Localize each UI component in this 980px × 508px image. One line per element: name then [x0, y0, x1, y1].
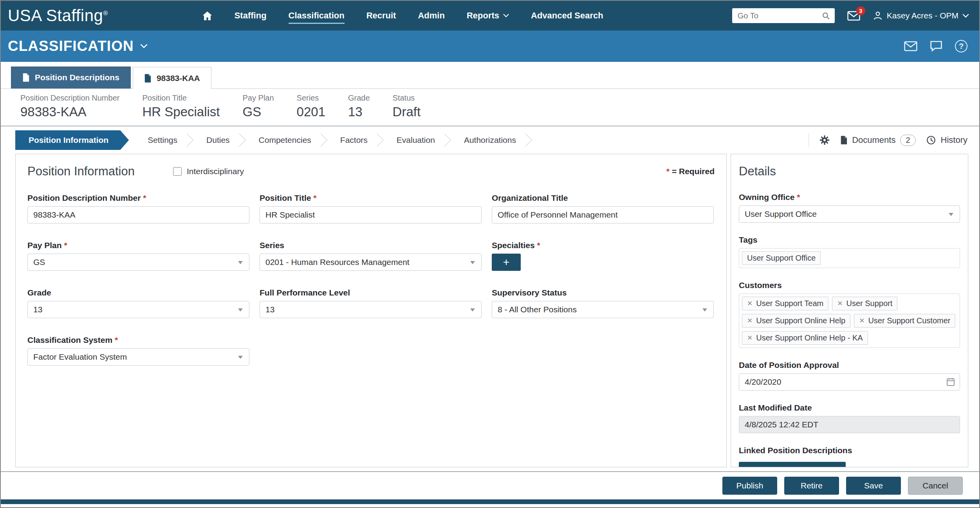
pay-plan-select[interactable]: GS [27, 254, 249, 271]
selected-value: GS [33, 258, 45, 267]
field-date-of-position-approval: Date of Position Approval [739, 360, 960, 391]
interdisciplinary-field: Interdisciplinary [173, 167, 244, 176]
required-asterisk: * [797, 193, 800, 202]
date-picker-wrap [739, 373, 960, 391]
app-logo-text: USA Staffing [8, 6, 103, 25]
envelope-icon[interactable] [904, 41, 917, 51]
field-organizational-title: Organizational Title [492, 193, 714, 223]
step-duties[interactable]: Duties [195, 130, 248, 150]
search-icon[interactable] [822, 12, 830, 20]
owning-office-select[interactable]: User Support Office [739, 205, 960, 223]
home-icon[interactable] [202, 8, 213, 24]
selected-value: 13 [265, 305, 274, 314]
tab-label: 98383-KAA [157, 74, 200, 83]
required-asterisk: * [666, 167, 670, 176]
remove-chip-icon[interactable]: ✕ [747, 334, 753, 342]
remove-chip-icon[interactable]: ✕ [859, 317, 864, 325]
settings-gear-button[interactable] [819, 135, 830, 146]
customer-chip-label: User Support Online Help - KA [756, 333, 863, 342]
tab-position-descriptions[interactable]: Position Descriptions [11, 67, 131, 88]
nav-item-staffing[interactable]: Staffing [235, 7, 267, 24]
nav-item-admin[interactable]: Admin [418, 7, 444, 24]
organizational-title-input[interactable] [492, 206, 714, 223]
step-authorizations[interactable]: Authorizations [453, 130, 534, 150]
remove-chip-icon[interactable]: ✕ [837, 299, 843, 308]
details-title: Details [739, 164, 960, 178]
classification-system-select[interactable]: Factor Evaluation System [27, 348, 249, 366]
customers-box[interactable]: ✕User Support Team ✕User Support ✕User S… [739, 294, 960, 348]
documents-label: Documents [852, 135, 895, 145]
customer-chip: ✕User Support [832, 297, 897, 310]
summary-label: Series [297, 94, 325, 103]
tag-chip-label: User Support Office [747, 254, 816, 263]
nav-item-recruit[interactable]: Recruit [366, 7, 396, 24]
add-specialty-button[interactable]: + [492, 254, 521, 271]
step-settings[interactable]: Settings [137, 130, 195, 150]
step-position-information[interactable]: Position Information [15, 130, 129, 150]
grade-select[interactable]: 13 [27, 301, 249, 318]
summary-status: Status Draft [393, 94, 421, 119]
field-label: Date of Position Approval [739, 360, 960, 370]
selected-value: 0201 - Human Resources Management [265, 258, 410, 267]
goto-search [732, 8, 835, 23]
required-note-text: = Required [672, 167, 715, 176]
chat-icon[interactable] [930, 40, 942, 52]
history-label: History [941, 135, 967, 145]
selected-value: 8 - All Other Positions [498, 305, 577, 314]
classification-menu[interactable]: CLASSIFICATION [8, 38, 148, 54]
app-logo[interactable]: USA Staffing® [8, 6, 108, 25]
required-note: * = Required [666, 167, 715, 176]
full-performance-level-select[interactable]: 13 [260, 301, 482, 318]
series-select[interactable]: 0201 - Human Resources Management [260, 254, 482, 271]
summary-value: GS [243, 104, 274, 119]
goto-search-input[interactable] [732, 8, 835, 23]
tags-box[interactable]: User Support Office [739, 248, 960, 268]
divider [809, 133, 809, 147]
publish-button[interactable]: Publish [722, 477, 777, 495]
summary-value: 13 [348, 104, 370, 119]
app-bar: CLASSIFICATION ? [1, 31, 979, 62]
link-position-description-button[interactable]: Link Position Description [739, 462, 846, 467]
field-label: Full Performance Level [260, 288, 482, 297]
customer-chip: ✕User Support Online Help - KA [742, 331, 868, 345]
retire-button[interactable]: Retire [784, 477, 839, 495]
field-pay-plan: Pay Plan * GS [27, 241, 249, 271]
nav-item-advanced-search[interactable]: Advanced Search [531, 7, 603, 24]
step-evaluation[interactable]: Evaluation [386, 130, 453, 150]
remove-chip-icon[interactable]: ✕ [747, 299, 753, 308]
field-tags: Tags User Support Office [739, 235, 960, 268]
user-menu[interactable]: Kasey Acres - OPM [873, 11, 969, 21]
form-grid: Position Description Number * Position T… [27, 193, 715, 366]
calendar-icon[interactable] [946, 377, 955, 387]
step-factors[interactable]: Factors [329, 130, 386, 150]
date-of-position-approval-input[interactable] [739, 373, 960, 391]
cancel-button[interactable]: Cancel [908, 477, 963, 495]
supervisory-status-select[interactable]: 8 - All Other Positions [492, 301, 714, 318]
tab-label: Position Descriptions [35, 73, 119, 82]
document-icon [22, 73, 29, 82]
footer-action-bar: Publish Retire Save Cancel [1, 471, 979, 499]
nav-item-reports[interactable]: Reports [467, 7, 509, 24]
step-competencies[interactable]: Competencies [248, 130, 329, 150]
help-icon[interactable]: ? [955, 40, 967, 52]
remove-chip-icon[interactable]: ✕ [747, 317, 753, 325]
chevron-down-icon [140, 44, 148, 49]
notifications-mail-button[interactable]: 3 [847, 11, 860, 21]
history-button[interactable]: History [926, 135, 967, 145]
user-name: Kasey Acres - OPM [887, 11, 958, 20]
field-classification-system: Classification System * Factor Evaluatio… [27, 335, 249, 366]
position-description-number-input[interactable] [27, 206, 249, 223]
position-title-input[interactable] [260, 206, 482, 223]
selected-value: 13 [33, 305, 42, 314]
field-last-modified-date: Last Modified Date [739, 403, 960, 433]
steps-row: Position Information Settings Duties Com… [1, 126, 979, 152]
field-label: Owning Office * [739, 193, 960, 202]
interdisciplinary-checkbox[interactable] [173, 167, 182, 176]
summary-value: 98383-KAA [20, 104, 119, 119]
required-asterisk: * [313, 193, 316, 202]
tab-record-98383-kaa[interactable]: 98383-KAA [133, 67, 211, 89]
documents-button[interactable]: Documents 2 [840, 135, 915, 146]
content-area: Position Information Interdisciplinary *… [1, 152, 979, 471]
save-button[interactable]: Save [846, 477, 901, 495]
nav-item-classification[interactable]: Classification [289, 7, 345, 24]
